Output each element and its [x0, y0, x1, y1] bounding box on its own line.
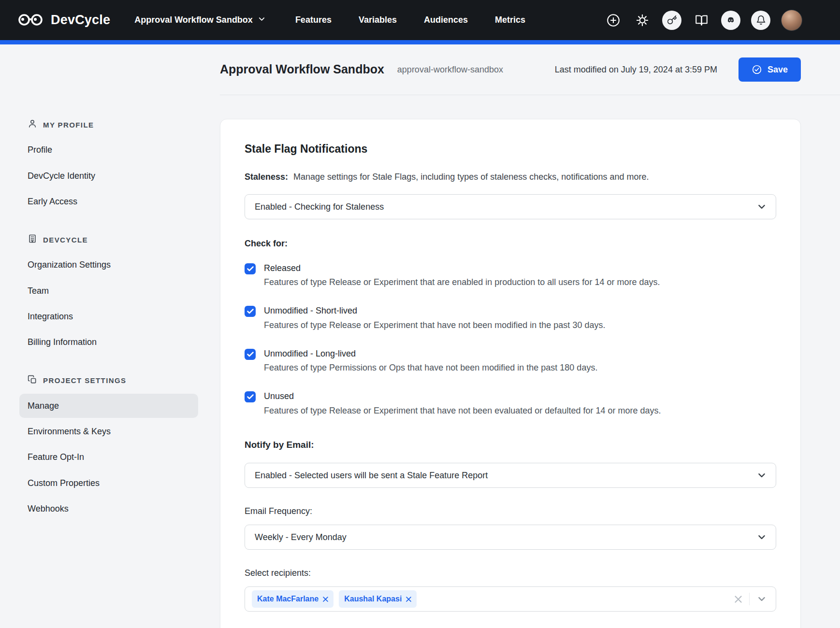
check-label: Unused	[264, 390, 661, 402]
recipients-multiselect[interactable]: Kate MacFarlane Kaushal Kapasi	[245, 586, 776, 612]
sidebar-item-organization-settings[interactable]: Organization Settings	[19, 253, 198, 277]
building-icon	[28, 234, 37, 246]
remove-recipient-icon[interactable]	[323, 597, 328, 602]
sidebar-section-label: MY PROFILE	[43, 120, 94, 130]
sidebar-item-team[interactable]: Team	[19, 279, 198, 303]
chevron-down-icon	[757, 533, 766, 542]
page-title: Approval Workflow Sandbox	[220, 61, 384, 78]
add-circle-icon[interactable]	[604, 11, 623, 29]
stale-flag-settings-card: Stale Flag Notifications Staleness: Mana…	[220, 119, 801, 628]
accent-bar	[0, 40, 840, 44]
user-avatar[interactable]	[781, 10, 802, 31]
nav-audiences[interactable]: Audiences	[424, 14, 468, 26]
sidebar-item-environments-keys[interactable]: Environments & Keys	[19, 419, 198, 443]
notify-by-email-select[interactable]: Enabled - Selected users will be sent a …	[245, 463, 776, 488]
nav-metrics[interactable]: Metrics	[495, 14, 525, 26]
save-button-label: Save	[768, 65, 788, 75]
check-row-unused: Unused Features of type Release or Exper…	[245, 390, 776, 416]
chevron-down-icon	[757, 202, 766, 211]
page-header: Approval Workflow Sandbox approval-workf…	[220, 44, 840, 95]
discord-icon[interactable]	[721, 11, 740, 30]
chevron-down-icon[interactable]	[750, 592, 771, 606]
staleness-select[interactable]: Enabled - Checking for Staleness	[245, 194, 776, 219]
staleness-description: Staleness: Manage settings for Stale Fla…	[245, 171, 776, 183]
check-description: Features of type Permissions or Ops that…	[264, 362, 597, 373]
clear-all-icon[interactable]	[727, 593, 749, 606]
checkbox-unmodified-long-lived[interactable]	[245, 349, 256, 360]
primary-nav: Features Variables Audiences Metrics	[295, 14, 525, 26]
brand-name: DevCycle	[51, 11, 110, 29]
app-root: DevCycle Approval Workflow Sandbox Featu…	[0, 0, 840, 628]
project-selector-label: Approval Workflow Sandbox	[134, 14, 253, 26]
chevron-down-icon	[757, 471, 766, 480]
sidebar-item-billing-information[interactable]: Billing Information	[19, 330, 198, 354]
sidebar-item-early-access[interactable]: Early Access	[19, 189, 198, 214]
person-icon	[28, 119, 37, 131]
check-row-released: Released Features of type Release or Exp…	[245, 262, 776, 288]
check-row-unmodified-short-lived: Unmodified - Short-lived Features of typ…	[245, 305, 776, 331]
checkbox-unmodified-short-lived[interactable]	[245, 306, 256, 317]
check-row-unmodified-long-lived: Unmodified - Long-lived Features of type…	[245, 348, 776, 374]
check-label: Unmodified - Long-lived	[264, 348, 597, 359]
sidebar-section-devcycle: DEVCYCLE Organization Settings Team Inte…	[19, 234, 198, 354]
staleness-select-value: Enabled - Checking for Staleness	[255, 201, 384, 213]
email-frequency-label: Email Frequency:	[245, 505, 776, 517]
sidebar-item-webhooks[interactable]: Webhooks	[19, 497, 198, 521]
top-navbar: DevCycle Approval Workflow Sandbox Featu…	[0, 0, 840, 40]
recipient-name: Kate MacFarlane	[257, 594, 319, 604]
notify-by-email-label: Notify by Email:	[245, 439, 776, 451]
sidebar-section-label: DEVCYCLE	[43, 235, 88, 245]
save-button[interactable]: Save	[739, 57, 801, 82]
check-label: Released	[264, 262, 660, 274]
sidebar-section-project-settings: PROJECT SETTINGS Manage Environments & K…	[19, 375, 198, 521]
project-slug: approval-workflow-sandbox	[397, 64, 503, 75]
check-for-label: Check for:	[245, 238, 776, 249]
settings-gear-icon[interactable]	[633, 11, 652, 29]
check-description: Features of type Release or Experiment t…	[264, 319, 605, 331]
checkbox-unused[interactable]	[245, 391, 256, 402]
api-key-icon[interactable]	[662, 11, 681, 30]
project-selector[interactable]: Approval Workflow Sandbox	[134, 14, 265, 26]
sidebar-item-integrations[interactable]: Integrations	[19, 304, 198, 328]
sidebar-item-manage[interactable]: Manage	[19, 394, 198, 418]
chevron-down-icon	[258, 14, 265, 26]
sidebar-section-my-profile: MY PROFILE Profile DevCycle Identity Ear…	[19, 119, 198, 214]
email-frequency-select[interactable]: Weekly - Every Monday	[245, 525, 776, 550]
sidebar-item-devcycle-identity[interactable]: DevCycle Identity	[19, 164, 198, 188]
check-circle-icon	[752, 64, 762, 75]
sidebar-item-custom-properties[interactable]: Custom Properties	[19, 471, 198, 495]
multiselect-controls	[727, 592, 771, 606]
sidebar-section-label: PROJECT SETTINGS	[43, 376, 126, 385]
recipient-chip: Kate MacFarlane	[252, 590, 333, 608]
sidebar-item-feature-opt-in[interactable]: Feature Opt-In	[19, 445, 198, 469]
frequency-select-value: Weekly - Every Monday	[255, 531, 347, 543]
last-modified-text: Last modified on July 19, 2024 at 3:59 P…	[555, 64, 717, 75]
card-title: Stale Flag Notifications	[245, 142, 776, 157]
check-description: Features of type Release or Experiment t…	[264, 405, 661, 416]
check-label: Unmodified - Short-lived	[264, 305, 605, 316]
staleness-label: Staleness:	[245, 172, 288, 182]
notifications-bell-icon[interactable]	[751, 11, 770, 30]
settings-sidebar: MY PROFILE Profile DevCycle Identity Ear…	[0, 44, 220, 628]
remove-recipient-icon[interactable]	[406, 597, 411, 602]
copy-icon	[28, 375, 37, 387]
devcycle-logo-icon	[17, 11, 44, 29]
check-description: Features of type Release or Experiment t…	[264, 276, 660, 288]
brand-home-link[interactable]: DevCycle	[17, 11, 110, 29]
docs-book-icon[interactable]	[692, 11, 710, 29]
recipient-chip: Kaushal Kapasi	[339, 590, 417, 608]
checkbox-released[interactable]	[245, 263, 256, 274]
select-recipients-label: Select recipients:	[245, 567, 776, 579]
recipient-name: Kaushal Kapasi	[344, 594, 402, 604]
navbar-icon-group	[604, 10, 821, 31]
nav-variables[interactable]: Variables	[359, 14, 397, 26]
nav-features[interactable]: Features	[295, 14, 332, 26]
sidebar-item-profile[interactable]: Profile	[19, 138, 198, 162]
notify-select-value: Enabled - Selected users will be sent a …	[255, 470, 488, 481]
